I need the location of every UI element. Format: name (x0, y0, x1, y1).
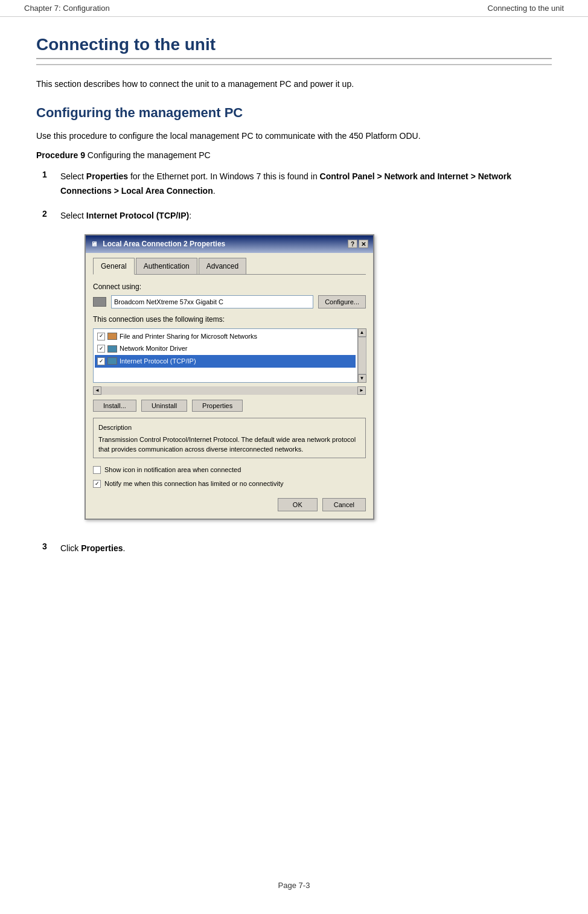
ok-button[interactable]: OK (278, 498, 318, 511)
netmonitor-label: Network Monitor Driver (120, 343, 187, 354)
procedure-label: Procedure 9 Configuring the management P… (36, 150, 552, 160)
properties-button[interactable]: Properties (192, 400, 243, 412)
dialog-close-btn[interactable]: ✕ (359, 240, 368, 248)
dialog-titlebar: 🖥 Local Area Connection 2 Properties ? ✕ (86, 235, 373, 252)
section-title: Configuring the management PC (36, 105, 552, 121)
list-scrollbar: ▲ ▼ (357, 328, 366, 383)
dialog-screenshot: 🖥 Local Area Connection 2 Properties ? ✕… (85, 234, 374, 519)
procedure-name-text: Configuring the management PC (88, 150, 211, 160)
step-1-content: Select Properties for the Ethernet port.… (60, 170, 552, 199)
step-1: 1 Select Properties for the Ethernet por… (36, 170, 552, 199)
description-text: Transmission Control Protocol/Internet P… (98, 435, 360, 454)
step-2: 2 Select Internet Protocol (TCP/IP): 🖥 L… (36, 209, 552, 530)
ok-cancel-row: OK Cancel (93, 498, 366, 511)
dialog-titlebar-buttons: ? ✕ (348, 240, 368, 248)
notify-label: Notify me when this connection has limit… (104, 478, 284, 490)
tab-general[interactable]: General (93, 258, 135, 275)
items-list-container: File and Printer Sharing for Microsoft N… (93, 328, 366, 383)
items-list: File and Printer Sharing for Microsoft N… (93, 328, 366, 383)
adapter-icon (93, 297, 106, 307)
page-number: Page 7-3 (278, 881, 310, 890)
description-box: Description Transmission Control Protoco… (93, 418, 366, 458)
adapter-input[interactable] (111, 295, 313, 308)
step-3: 3 Click Properties. (36, 542, 552, 556)
procedure-number: Procedure 9 (36, 150, 85, 160)
list-item-netmonitor[interactable]: Network Monitor Driver (95, 342, 356, 355)
uninstall-button[interactable]: Uninstall (141, 400, 187, 412)
page-header: Chapter 7: Configuration Connecting to t… (0, 0, 588, 17)
install-button[interactable]: Install... (93, 400, 136, 412)
dialog-help-btn[interactable]: ? (348, 240, 357, 248)
main-title: Connecting to the unit (36, 35, 552, 59)
cancel-button[interactable]: Cancel (322, 498, 366, 511)
description-title: Description (98, 422, 360, 433)
list-item-fileshare[interactable]: File and Printer Sharing for Microsoft N… (95, 330, 356, 343)
scroll-down-arrow[interactable]: ▼ (358, 374, 366, 383)
tab-authentication[interactable]: Authentication (136, 258, 197, 274)
horiz-scrollbar: ◄ ► (93, 386, 366, 395)
horiz-left-arrow[interactable]: ◄ (93, 386, 101, 395)
checkbox-netmonitor[interactable] (97, 345, 105, 353)
dialog-body: General Authentication Advanced Connect … (86, 253, 373, 519)
checkbox-tcpip[interactable] (97, 357, 105, 365)
tcpip-label: Internet Protocol (TCP/IP) (120, 356, 196, 367)
fileshare-icon (107, 333, 117, 340)
notify-row: Notify me when this connection has limit… (93, 478, 366, 490)
scroll-thumb[interactable] (358, 337, 366, 374)
dialog-tabs: General Authentication Advanced (93, 258, 366, 275)
fileshare-label: File and Printer Sharing for Microsoft N… (120, 331, 257, 342)
show-icon-row: Show icon in notification area when conn… (93, 464, 366, 476)
scroll-up-arrow[interactable]: ▲ (358, 328, 366, 337)
header-left: Chapter 7: Configuration (24, 4, 110, 13)
connect-using-section: Connect using: Configure... (93, 281, 366, 308)
step-2-bold: Internet Protocol (TCP/IP) (86, 211, 189, 220)
step-3-bold: Properties (81, 543, 123, 553)
step-1-num: 1 (36, 170, 60, 179)
adapter-row: Configure... (93, 295, 366, 308)
dialog-action-buttons: Install... Uninstall Properties (93, 400, 366, 412)
step-1-bold-2: Control Panel > Network and Internet > N… (60, 171, 511, 196)
header-right: Connecting to the unit (488, 4, 564, 13)
show-icon-checkbox[interactable] (93, 466, 101, 474)
items-label: This connection uses the following items… (93, 313, 366, 325)
list-item-tcpip[interactable]: Internet Protocol (TCP/IP) (95, 355, 356, 368)
step-2-content: Select Internet Protocol (TCP/IP): 🖥 Loc… (60, 209, 552, 530)
step-1-bold-1: Properties (86, 171, 128, 181)
dialog-title-text: Local Area Connection 2 Properties (103, 240, 225, 248)
steps-container: 1 Select Properties for the Ethernet por… (36, 170, 552, 556)
page-footer: Page 7-3 (0, 869, 588, 902)
title-divider (36, 64, 552, 65)
connect-label: Connect using: (93, 281, 366, 293)
tab-advanced[interactable]: Advanced (199, 258, 246, 274)
checkbox-fileshare[interactable] (97, 333, 105, 340)
section-desc: Use this procedure to configure the loca… (36, 129, 552, 142)
configure-button[interactable]: Configure... (318, 295, 366, 308)
dialog-title-icon: 🖥 (91, 240, 97, 248)
dialog-title-left: 🖥 Local Area Connection 2 Properties (91, 238, 225, 250)
tcp-icon (107, 357, 117, 365)
show-icon-label: Show icon in notification area when conn… (104, 464, 241, 476)
items-list-inner: File and Printer Sharing for Microsoft N… (94, 329, 357, 369)
netmonitor-icon (107, 345, 117, 353)
step-2-num: 2 (36, 209, 60, 219)
page-content: Connecting to the unit This section desc… (0, 17, 588, 602)
step-3-num: 3 (36, 542, 60, 551)
intro-text: This section describes how to connect th… (36, 77, 552, 91)
horiz-right-arrow[interactable]: ► (357, 386, 366, 395)
step-3-content: Click Properties. (60, 542, 552, 556)
notify-checkbox[interactable] (93, 480, 101, 488)
horiz-track (101, 386, 357, 395)
